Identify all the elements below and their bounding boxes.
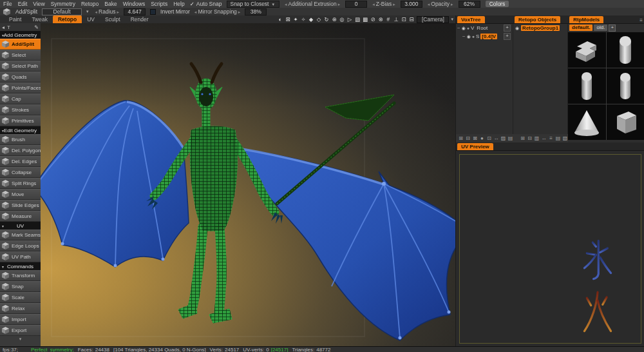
specular-icon[interactable]: ✧ <box>299 15 307 23</box>
add-model-set-button[interactable]: + <box>609 24 616 32</box>
primitive-thumb-capsule-2[interactable] <box>568 68 606 104</box>
snap-grid-a-icon[interactable]: ▨ <box>354 15 361 23</box>
sidebar-item-split-rings[interactable]: Split Rings <box>0 178 41 189</box>
sidebar-item-select[interactable]: Select <box>0 50 41 61</box>
invert-mirror-checkbox[interactable] <box>150 9 156 15</box>
panel-menu-icon[interactable]: ≡ <box>639 17 644 23</box>
rtp-tab-default[interactable]: default. <box>569 24 592 31</box>
sidebar-item-edge-loops[interactable]: Edge Loops <box>0 240 41 251</box>
voxtree-tab[interactable]: VoxTree <box>457 16 485 23</box>
clear-uv-icon[interactable]: ▧ <box>562 135 568 141</box>
section-header-uv[interactable]: ▾UV <box>0 222 41 230</box>
tab-retopo[interactable]: Retopo <box>53 15 82 23</box>
radius-label[interactable]: Radius <box>95 8 120 15</box>
light-icon[interactable]: ✦ <box>292 15 299 23</box>
primitive-thumb-cube[interactable] <box>607 104 644 140</box>
z-bias-label[interactable]: Z-Bias <box>372 1 395 7</box>
colors-button[interactable]: Colors <box>486 1 509 7</box>
swap-icon[interactable]: ↔ <box>493 135 499 141</box>
edit-presets-icon[interactable]: ✎ <box>34 24 39 30</box>
tab-uv[interactable]: UV <box>82 15 100 23</box>
sidebar-item-select-path[interactable]: Select Path <box>0 61 41 72</box>
rotate-view-icon[interactable]: ↻ <box>323 15 330 23</box>
menu-item-edit[interactable]: Edit <box>18 0 28 8</box>
background-image-icon[interactable]: ⊠ <box>284 15 291 23</box>
sphere-mode-icon[interactable]: ● <box>479 135 485 141</box>
menu-item-retopo[interactable]: Retopo <box>81 0 99 8</box>
globe-icon[interactable]: ⊗ <box>377 15 384 23</box>
sidebar-item-collapse[interactable]: Collapse <box>0 167 41 178</box>
sidebar-item-measure[interactable]: Measure <box>0 211 41 222</box>
sidebar-item-uv-path[interactable]: UV Path <box>0 251 41 262</box>
mirror-snapping-label[interactable]: Mirror Snapping <box>194 8 241 15</box>
z-bias-input[interactable]: 3.000 <box>401 1 422 8</box>
volume-name-selected[interactable]: [0.4]V <box>480 34 497 39</box>
tab-render[interactable]: Render <box>126 15 154 23</box>
retopo-group-row[interactable]: ◉ RetopoGroup1 <box>513 24 567 32</box>
sidebar-item-scale[interactable]: Scale <box>0 292 41 303</box>
rtp-models-tab[interactable]: RtpModels <box>569 16 603 23</box>
sidebar-item-brush[interactable]: Brush <box>0 134 41 145</box>
menu-item-help[interactable]: Help <box>173 0 184 8</box>
swap-uv-icon[interactable]: ↔ <box>541 135 547 141</box>
radius-input[interactable]: 4.647 <box>124 8 146 15</box>
zoom-view-icon[interactable]: ◎ <box>338 15 345 23</box>
grid-icon[interactable]: # <box>384 15 392 23</box>
menu-item-view[interactable]: View <box>33 0 44 8</box>
tab-tweak[interactable]: Tweak <box>26 15 53 23</box>
camera-dropdown[interactable]: [Camera] <box>417 16 449 23</box>
auto-snap-checkbox[interactable]: ✓ Auto Snap <box>190 1 222 7</box>
play-icon[interactable]: ▷ <box>346 15 353 23</box>
sidebar-item-points-faces[interactable]: Points/Faces <box>0 83 41 93</box>
opacity-label[interactable]: Opacity <box>428 1 453 7</box>
sidebar-item-export[interactable]: Export <box>0 325 41 336</box>
stroke-mode-icon[interactable]: ◇ <box>315 15 322 23</box>
new-group-icon[interactable]: ⊞ <box>520 135 526 141</box>
volume-name[interactable]: Root <box>475 25 489 31</box>
primitive-thumb-capsule-1[interactable] <box>607 32 644 68</box>
ghost-mode-icon[interactable]: ▨ <box>500 135 506 141</box>
sidebar-item-mark-seams[interactable]: Mark Seams <box>0 230 41 240</box>
preset-dropdown[interactable]: Default <box>42 8 82 15</box>
mirror-snapping-input[interactable]: 38% <box>245 8 267 15</box>
sidebar-item-quads[interactable]: Quads <box>0 72 41 83</box>
sidebar-item-slide-edges[interactable]: Slide Edges <box>0 200 41 211</box>
uv-preview-tab[interactable]: UV Preview <box>457 143 493 150</box>
sidebar-item-snap[interactable]: Snap <box>0 281 41 292</box>
menu-item-windows[interactable]: Windows <box>123 0 145 8</box>
clone-icon[interactable]: ⊡ <box>486 135 492 141</box>
sidebar-item-move[interactable]: Move <box>0 189 41 200</box>
additional-extrusion-input[interactable]: 0 <box>345 1 367 8</box>
section-header-edit-geometry[interactable]: ▾Edit Geometry <box>0 126 41 134</box>
delete-volume-icon[interactable]: ⊟ <box>465 135 471 141</box>
uv-folder-icon[interactable]: ▤ <box>555 135 561 141</box>
duplicate-volume-icon[interactable]: ⊠ <box>472 135 478 141</box>
section-header-add-geometry[interactable]: ▾Add Geometry <box>0 31 41 39</box>
opacity-input[interactable]: 62% <box>459 1 480 8</box>
primitive-thumb-l-block[interactable] <box>568 32 606 68</box>
additional-extrusion-label[interactable]: Additional Extrusion <box>285 1 340 7</box>
menu-item-scripts[interactable]: Scripts <box>151 0 167 8</box>
storage-icon[interactable]: ⊟ <box>408 15 415 23</box>
sidebar-item-transform[interactable]: Transform <box>0 270 41 281</box>
delete-group-icon[interactable]: ⊟ <box>527 135 533 141</box>
voxtree-row-child[interactable]: − ◉ ● S [0.4]V + <box>456 32 513 41</box>
shading-icon[interactable]: ◐ <box>276 15 283 23</box>
voxtree-row-root[interactable]: − ◉ ● V Root + <box>456 24 513 32</box>
select-faces-icon[interactable]: ▥ <box>534 135 540 141</box>
menu-item-symmetry[interactable]: Symmetry <box>51 0 75 8</box>
type-tool-icon[interactable]: T <box>7 24 10 30</box>
expander-icon[interactable]: − <box>457 25 460 31</box>
menu-item-file[interactable]: File <box>3 0 12 8</box>
section-header-commands[interactable]: ▾Commands <box>0 262 41 270</box>
snap-grid-b-icon[interactable]: ▩ <box>361 15 368 23</box>
pan-view-icon[interactable]: ⊕ <box>330 15 337 23</box>
add-child-button[interactable]: + <box>504 33 511 40</box>
frame-view-icon[interactable]: ⊡ <box>400 15 407 23</box>
visibility-icon[interactable]: ◉ <box>467 34 471 39</box>
sidebar-item-add-split[interactable]: Add/Split <box>0 39 41 50</box>
sidebar-item-import[interactable]: Import <box>0 314 41 325</box>
snap-mode-dropdown[interactable]: Snap to Closest ▾ <box>227 1 279 8</box>
add-child-button[interactable]: + <box>504 24 511 32</box>
sidebar-item-del-polygons[interactable]: Del. Polygons <box>0 145 41 156</box>
